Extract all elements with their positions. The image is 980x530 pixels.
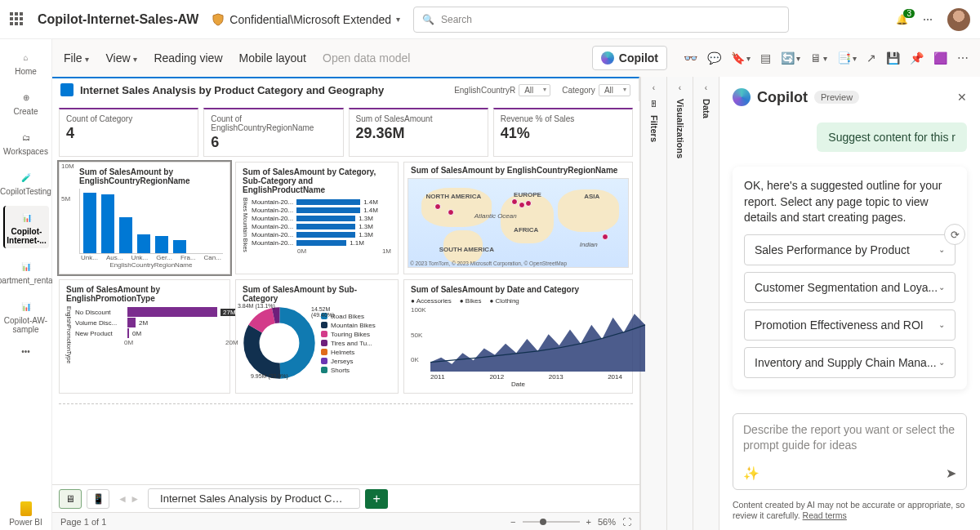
- notifications-button[interactable]: 🔔 3: [896, 14, 908, 25]
- visual-donut[interactable]: Sum of SalesAmount by Sub-Category 14.52…: [235, 279, 399, 394]
- plus-circle-icon: ⊕: [18, 89, 34, 105]
- report-icon: 📊: [18, 298, 34, 314]
- copilot-icon: [601, 51, 614, 65]
- save-icon[interactable]: 💾: [886, 51, 900, 65]
- chevron-down-icon: ⌄: [938, 283, 945, 292]
- copilot-disclaimer: Content created by AI may not be accurat…: [719, 500, 980, 530]
- more-ribbon-icon[interactable]: ⋯: [957, 51, 969, 65]
- more-icon[interactable]: ⋯: [923, 14, 933, 25]
- comment-icon[interactable]: 💬: [707, 51, 721, 65]
- menu-view[interactable]: View ▾: [105, 51, 137, 65]
- visual-region-bar[interactable]: Sum of SalesAmount by EnglishCountryRegi…: [59, 162, 230, 274]
- page-indicator: Page 1 of 1: [60, 517, 106, 527]
- slicer-country[interactable]: All: [519, 84, 550, 96]
- zoom-out[interactable]: −: [510, 517, 515, 527]
- send-icon[interactable]: ➤: [946, 465, 956, 481]
- zoom-slider[interactable]: [523, 521, 580, 523]
- report-icon: 📊: [18, 258, 34, 274]
- search-box[interactable]: 🔍 Search: [413, 7, 789, 33]
- nav-workspace-copilottesting[interactable]: 🧪CopilotTesting: [3, 166, 49, 199]
- report-canvas: Count of Category4 Count of EnglishCount…: [52, 101, 639, 400]
- copilot-title: Copilot: [757, 89, 808, 106]
- btn-mobile-layout[interactable]: Mobile layout: [239, 51, 307, 65]
- btn-reading-view[interactable]: Reading view: [154, 51, 222, 65]
- zoom-in[interactable]: +: [586, 517, 591, 527]
- kpi-card[interactable]: Count of EnglishCountryRegionName6: [203, 108, 343, 157]
- copilot-pane: Copilot Preview ✕ Suggest content for th…: [719, 77, 980, 530]
- topic-item[interactable]: Customer Segmentation and Loya...⌄: [744, 272, 956, 303]
- present-split[interactable]: 🖥▾: [810, 51, 827, 65]
- page-tabs: 🖥 📱 ◄ ► Internet Sales Analysis by Produ…: [52, 484, 639, 512]
- kpi-card[interactable]: Count of Category4: [59, 108, 198, 157]
- regenerate-button[interactable]: ⟳: [944, 224, 965, 245]
- filters-pane-collapsed[interactable]: ‹🎚Filters: [640, 77, 666, 530]
- topic-item[interactable]: Inventory and Supply Chain Mana...⌄: [744, 347, 956, 378]
- menu-file[interactable]: File ▾: [64, 51, 89, 65]
- chevron-left-icon: ‹: [705, 83, 707, 92]
- btn-open-data-model: Open data model: [323, 51, 410, 65]
- copilot-input[interactable]: Describe the report you want or select t…: [733, 413, 967, 490]
- zoom-percent: 56%: [598, 517, 616, 527]
- nav-report-copilot-internet[interactable]: 📊Copilot-Internet-...: [3, 206, 49, 248]
- nav-create[interactable]: ⊕Create: [3, 86, 49, 119]
- notification-badge: 3: [903, 9, 915, 18]
- explore-icon[interactable]: 👓: [684, 51, 697, 65]
- data-pane-collapsed[interactable]: ‹Data: [693, 77, 719, 530]
- page-tab[interactable]: Internet Sales Analysis by Product Categ…: [148, 488, 360, 509]
- sparkle-icon[interactable]: ✨: [743, 465, 760, 481]
- nav-workspaces[interactable]: 🗂Workspaces: [3, 126, 49, 159]
- preview-tag: Preview: [814, 91, 859, 104]
- workspace-icon: 🧪: [18, 169, 34, 185]
- nav-home[interactable]: ⌂Home: [3, 46, 49, 79]
- refresh-split[interactable]: 🔄▾: [781, 51, 800, 65]
- close-icon[interactable]: ✕: [957, 91, 967, 104]
- chevron-left-icon: ‹: [679, 83, 681, 92]
- nav-report-apartment[interactable]: 📊apartment_rentals: [3, 255, 49, 288]
- visual-product-hbar[interactable]: Sum of SalesAmount by Category, Sub-Cate…: [235, 162, 399, 274]
- user-message-chip: Suggest content for this r: [817, 122, 967, 152]
- ribbon: File ▾ View ▾ Reading view Mobile layout…: [52, 39, 980, 77]
- sensitivity-label[interactable]: Confidential\Microsoft Extended ▾: [212, 13, 400, 26]
- file-name[interactable]: Copilot-Internet-Sales-AW: [38, 12, 198, 27]
- chevron-down-icon: ⌄: [938, 358, 945, 367]
- visual-map[interactable]: Sum of SalesAmount by EnglishCountryRegi…: [403, 162, 633, 274]
- topic-item[interactable]: Sales Performance by Product⌄: [744, 234, 956, 265]
- kpi-card[interactable]: Sum of SalesAmount29.36M: [349, 108, 488, 157]
- bookmark-split[interactable]: 🔖▾: [731, 51, 751, 65]
- teams-icon[interactable]: 🟪: [933, 51, 947, 65]
- chevron-down-icon: ⌄: [938, 320, 945, 329]
- shield-icon: [212, 13, 225, 26]
- share-icon[interactable]: ↗: [866, 51, 876, 65]
- app-launcher-icon[interactable]: [10, 12, 24, 27]
- kpi-card[interactable]: Revenue % of Sales41%: [493, 108, 633, 157]
- topic-item[interactable]: Promotion Effectiveness and ROI⌄: [744, 310, 956, 341]
- report-header: Internet Sales Analysis by Product Categ…: [52, 77, 639, 101]
- nav-powerbi[interactable]: Power BI: [3, 498, 49, 530]
- nav-report-copilot-aw[interactable]: 📊Copilot-AW-sample: [3, 295, 49, 337]
- status-bar: Page 1 of 1 − + 56% ⛶: [52, 512, 639, 530]
- visual-area[interactable]: Sum of SalesAmount by Date and Category …: [403, 279, 633, 394]
- fit-to-page-icon[interactable]: ⛶: [622, 517, 631, 527]
- export-split[interactable]: 📑▾: [837, 51, 857, 65]
- read-terms-link[interactable]: Read terms: [803, 510, 847, 520]
- visual-promo-bar[interactable]: Sum of SalesAmount by EnglishPromotionTy…: [59, 279, 230, 394]
- avatar[interactable]: [947, 8, 970, 31]
- chevron-down-icon: ⌄: [938, 245, 945, 254]
- chevron-left-icon: ‹: [653, 83, 655, 92]
- page-view-desktop[interactable]: 🖥: [59, 489, 82, 509]
- chevron-down-icon: ▾: [396, 15, 400, 24]
- top-bar: Copilot-Internet-Sales-AW Confidential\M…: [0, 0, 980, 39]
- copilot-button[interactable]: Copilot: [592, 46, 667, 70]
- report-icon: 📊: [19, 209, 35, 225]
- add-page-button[interactable]: +: [365, 489, 388, 509]
- visualizations-pane-collapsed[interactable]: ‹Visualizations: [666, 77, 693, 530]
- stack-icon: 🗂: [18, 129, 34, 145]
- nav-more[interactable]: •••: [3, 344, 49, 359]
- copilot-logo-icon: [733, 88, 751, 106]
- view-icon[interactable]: ▤: [760, 51, 771, 65]
- copilot-response: OK, here's a suggested outline for your …: [733, 167, 967, 390]
- slicer-category[interactable]: All: [599, 84, 630, 96]
- report-cube-icon: [60, 83, 74, 96]
- page-view-mobile[interactable]: 📱: [87, 489, 109, 509]
- pin-icon[interactable]: 📌: [910, 51, 924, 65]
